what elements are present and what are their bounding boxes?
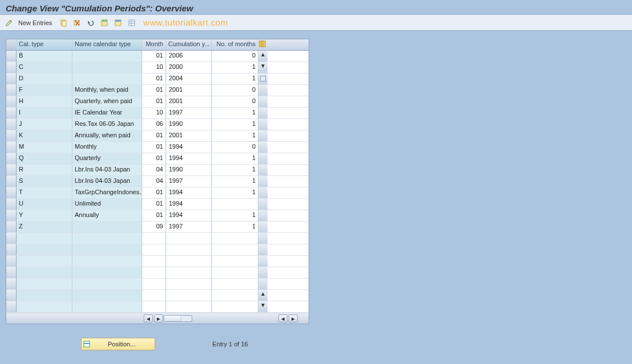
table-settings-icon[interactable]	[126, 17, 137, 28]
cell-month[interactable]	[142, 301, 166, 312]
row-selector[interactable]	[6, 187, 17, 198]
cell-month[interactable]: 10	[142, 62, 166, 73]
scroll-last-icon[interactable]: ►	[289, 314, 298, 322]
cell-cal-type[interactable]: S	[17, 176, 72, 187]
row-selector[interactable]	[6, 199, 17, 210]
cell-cal-type[interactable]	[17, 233, 72, 244]
cell-year[interactable]	[166, 301, 212, 312]
cell-name[interactable]: Monthly, when paid	[72, 85, 142, 96]
cell-cal-type[interactable]: B	[17, 51, 72, 62]
row-selector[interactable]	[6, 244, 17, 255]
cell-year[interactable]	[166, 233, 212, 244]
row-selector[interactable]	[6, 279, 17, 289]
cell-month[interactable]	[142, 233, 166, 244]
cell-year[interactable]: 1994	[166, 153, 212, 164]
cell-cal-type[interactable]	[17, 244, 72, 255]
position-button[interactable]: Position...	[81, 338, 155, 350]
toggle-edit-icon[interactable]	[3, 17, 15, 28]
cell-month[interactable]: 01	[142, 96, 166, 107]
cell-name[interactable]: Annually, when paid	[72, 130, 142, 141]
cell-name[interactable]	[72, 290, 142, 301]
cell-no-months[interactable]: 1	[212, 165, 258, 175]
table-row[interactable]	[6, 256, 309, 267]
row-selector[interactable]	[6, 210, 17, 221]
table-row[interactable]: D0120041	[6, 73, 309, 85]
scroll-down-icon[interactable]: ▼	[258, 62, 268, 73]
cell-year[interactable]: 1994	[166, 142, 212, 153]
row-selector[interactable]	[6, 176, 17, 187]
table-row[interactable]: JRes.Tax 06-05 Japan0619901	[6, 119, 309, 130]
table-row[interactable]: B0120060▲	[6, 51, 309, 62]
row-selector[interactable]	[6, 290, 17, 301]
cell-name[interactable]	[72, 62, 142, 73]
cell-no-months[interactable]: 1	[212, 73, 258, 84]
table-row[interactable]: TTaxGrpChangeIndones.0119941	[6, 187, 309, 199]
cell-month[interactable]: 01	[142, 51, 166, 62]
copy-icon[interactable]	[58, 17, 69, 28]
cell-month[interactable]: 10	[142, 108, 166, 118]
row-selector[interactable]	[6, 73, 17, 84]
cell-month[interactable]: 09	[142, 222, 166, 232]
table-row[interactable]: HQuarterly, when paid0120010	[6, 96, 309, 108]
cell-year[interactable]: 1994	[166, 187, 212, 198]
cell-month[interactable]	[142, 290, 166, 301]
cell-year[interactable]: 2004	[166, 73, 212, 84]
col-header-cal-type[interactable]: Cal. type	[17, 39, 72, 50]
cell-month[interactable]	[142, 279, 166, 289]
cell-name[interactable]	[72, 222, 142, 232]
cell-cal-type[interactable]	[17, 256, 72, 267]
cell-name[interactable]: Unlimited	[72, 199, 142, 210]
col-header-month[interactable]: Month	[142, 39, 166, 50]
cell-cal-type[interactable]: Y	[17, 210, 72, 221]
row-selector[interactable]	[6, 222, 17, 232]
cell-month[interactable]: 01	[142, 199, 166, 210]
row-select-header[interactable]	[6, 39, 17, 50]
cell-no-months[interactable]	[212, 267, 258, 278]
cell-no-months[interactable]	[212, 244, 258, 255]
delete-icon[interactable]	[71, 17, 83, 28]
cell-cal-type[interactable]: D	[17, 73, 72, 84]
cell-cal-type[interactable]: J	[17, 119, 72, 130]
cell-month[interactable]: 04	[142, 176, 166, 187]
cell-cal-type[interactable]: K	[17, 130, 72, 141]
new-entries-button[interactable]: New Entries	[17, 19, 55, 26]
cell-no-months[interactable]: 1	[212, 210, 258, 221]
table-row[interactable]: Z0919971	[6, 222, 309, 233]
cell-no-months[interactable]: 1	[212, 153, 258, 164]
col-header-name[interactable]: Name calendar type	[72, 39, 142, 50]
cell-year[interactable]	[166, 267, 212, 278]
cell-year[interactable]: 2000	[166, 62, 212, 73]
undo-icon[interactable]	[85, 17, 96, 28]
col-header-cum-year[interactable]: Cumulation y...	[166, 39, 212, 50]
col-header-no-months[interactable]: No. of months	[212, 39, 258, 50]
cell-name[interactable]: Monthly	[72, 142, 142, 153]
cell-name[interactable]	[72, 279, 142, 289]
table-row[interactable]: ▼	[6, 301, 309, 313]
cell-name[interactable]: Annually	[72, 210, 142, 221]
table-row[interactable]: QQuarterly0119941	[6, 153, 309, 165]
table-row[interactable]: MMonthly0119940	[6, 142, 309, 153]
cell-year[interactable]	[166, 290, 212, 301]
cell-month[interactable]: 01	[142, 73, 166, 84]
cell-month[interactable]: 01	[142, 130, 166, 141]
cell-cal-type[interactable]: Z	[17, 222, 72, 232]
cell-month[interactable]	[142, 244, 166, 255]
cell-name[interactable]	[72, 256, 142, 267]
cell-cal-type[interactable]	[17, 279, 72, 289]
cell-name[interactable]: IE Calendar Year	[72, 108, 142, 118]
cell-no-months[interactable]: 1	[212, 187, 258, 198]
cell-cal-type[interactable]: H	[17, 96, 72, 107]
cell-name[interactable]	[72, 233, 142, 244]
cell-month[interactable]: 06	[142, 119, 166, 130]
cell-year[interactable]	[166, 244, 212, 255]
cell-name[interactable]	[72, 73, 142, 84]
row-selector[interactable]	[6, 267, 17, 278]
cell-month[interactable]: 04	[142, 165, 166, 175]
cell-year[interactable]: 2006	[166, 51, 212, 62]
cell-cal-type[interactable]: R	[17, 165, 72, 175]
table-row[interactable]	[6, 279, 309, 290]
deselect-all-icon[interactable]	[112, 17, 124, 28]
cell-no-months[interactable]: 1	[212, 108, 258, 118]
row-selector[interactable]	[6, 153, 17, 164]
row-selector[interactable]	[6, 301, 17, 312]
